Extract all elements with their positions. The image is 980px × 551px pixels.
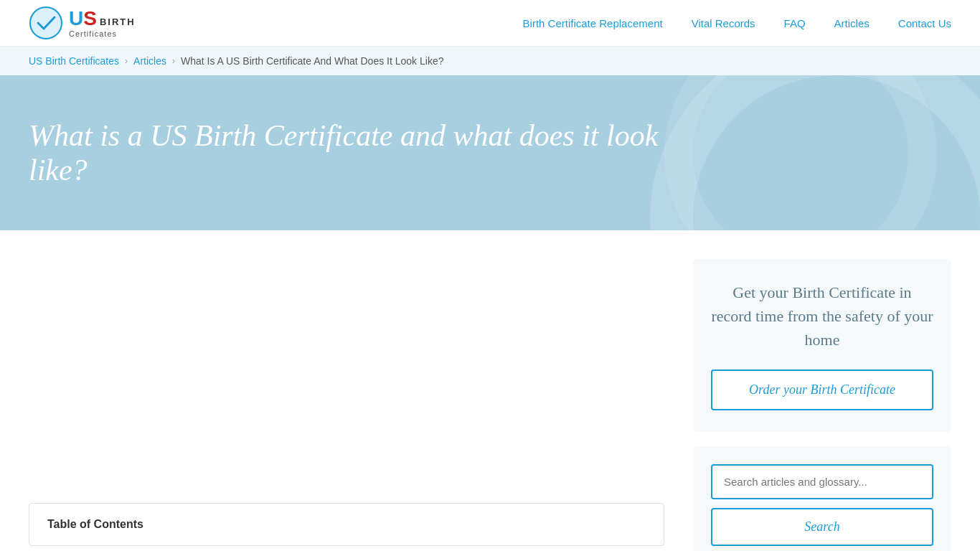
logo-s: S <box>83 7 97 29</box>
logo-certificates: Certificates <box>69 29 136 38</box>
article-area: Table of Contents <box>29 259 693 546</box>
search-button[interactable]: Search <box>711 508 933 546</box>
logo-icon <box>29 6 63 40</box>
nav-vital-records[interactable]: Vital Records <box>692 17 755 29</box>
breadcrumb: US Birth Certificates › Articles › What … <box>0 47 980 75</box>
logo[interactable]: US BIRTH Certificates <box>29 6 136 40</box>
main-content: Table of Contents Get your Birth Certifi… <box>0 230 980 551</box>
breadcrumb-separator-1: › <box>125 56 128 66</box>
site-header: US BIRTH Certificates Birth Certificate … <box>0 0 980 47</box>
logo-u: U <box>69 7 83 29</box>
nav-contact-us[interactable]: Contact Us <box>898 17 951 29</box>
search-card: Search <box>693 446 951 551</box>
nav-faq[interactable]: FAQ <box>784 17 806 29</box>
page-title: What is a US Birth Certificate and what … <box>29 118 674 187</box>
breadcrumb-home[interactable]: US Birth Certificates <box>29 55 119 67</box>
search-input[interactable] <box>711 464 933 499</box>
breadcrumb-current: What Is A US Birth Certificate And What … <box>181 55 444 67</box>
sidebar: Get your Birth Certificate in record tim… <box>693 259 951 551</box>
promo-card: Get your Birth Certificate in record tim… <box>693 259 951 432</box>
breadcrumb-articles[interactable]: Articles <box>133 55 166 67</box>
nav-articles[interactable]: Articles <box>834 17 870 29</box>
order-button[interactable]: Order your Birth Certificate <box>711 369 933 410</box>
nav-birth-certificate-replacement[interactable]: Birth Certificate Replacement <box>523 17 663 29</box>
breadcrumb-separator-2: › <box>172 56 175 66</box>
hero-banner: What is a US Birth Certificate and what … <box>0 75 980 230</box>
toc-box: Table of Contents <box>29 503 664 546</box>
promo-text: Get your Birth Certificate in record tim… <box>711 281 933 352</box>
main-nav: Birth Certificate Replacement Vital Reco… <box>523 17 951 29</box>
toc-title: Table of Contents <box>47 518 646 531</box>
logo-text: US BIRTH Certificates <box>69 8 136 39</box>
logo-birth: BIRTH <box>100 17 136 27</box>
